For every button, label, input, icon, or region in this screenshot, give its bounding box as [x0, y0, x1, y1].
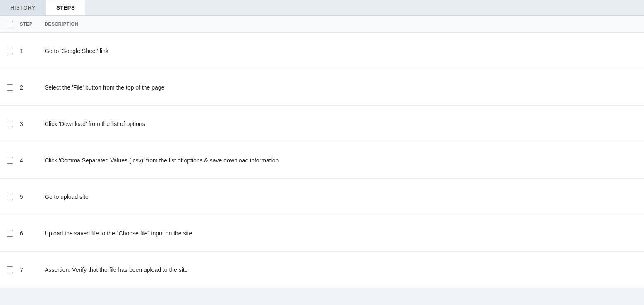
table-header: STEP DESCRIPTION — [0, 16, 644, 33]
row-checkbox-7 — [7, 266, 20, 273]
row-checkbox-3 — [7, 121, 20, 127]
checkbox-2[interactable] — [7, 84, 13, 91]
step-row: 6 Upload the saved file to the "Choose f… — [0, 215, 644, 252]
step-number-1: 1 — [20, 48, 45, 54]
step-description-5: Go to upload site — [45, 194, 637, 200]
step-row: 2 Select the 'File' button from the top … — [0, 69, 644, 106]
step-row: 5 Go to upload site — [0, 179, 644, 215]
step-row: 4 Click 'Comma Separated Values (.csv)' … — [0, 142, 644, 179]
step-row: 3 Click 'Download' from the list of opti… — [0, 106, 644, 142]
checkbox-7[interactable] — [7, 266, 13, 273]
row-checkbox-4 — [7, 157, 20, 164]
tabs-bar: HISTORY STEPS — [0, 0, 644, 16]
checkbox-1[interactable] — [7, 48, 13, 54]
step-number-6: 6 — [20, 230, 45, 237]
row-checkbox-1 — [7, 48, 20, 54]
step-number-2: 2 — [20, 84, 45, 91]
tab-history[interactable]: HISTORY — [0, 0, 46, 15]
step-number-4: 4 — [20, 157, 45, 164]
tab-steps[interactable]: STEPS — [46, 0, 85, 15]
step-description-1: Go to 'Google Sheet' link — [45, 48, 637, 54]
step-description-3: Click 'Download' from the list of option… — [45, 121, 637, 127]
step-description-4: Click 'Comma Separated Values (.csv)' fr… — [45, 157, 637, 164]
select-all-checkbox-container — [7, 21, 20, 27]
step-row: 1 Go to 'Google Sheet' link — [0, 33, 644, 69]
checkbox-5[interactable] — [7, 194, 13, 200]
checkbox-6[interactable] — [7, 230, 13, 237]
checkbox-3[interactable] — [7, 121, 13, 127]
select-all-checkbox[interactable] — [7, 21, 13, 27]
table-container: STEP DESCRIPTION 1 Go to 'Google Sheet' … — [0, 16, 644, 288]
checkbox-4[interactable] — [7, 157, 13, 164]
column-header-step: STEP — [20, 22, 45, 27]
column-header-description: DESCRIPTION — [45, 22, 78, 27]
step-description-2: Select the 'File' button from the top of… — [45, 84, 637, 91]
step-number-5: 5 — [20, 194, 45, 200]
row-checkbox-5 — [7, 194, 20, 200]
step-number-3: 3 — [20, 121, 45, 127]
step-description-6: Upload the saved file to the "Choose fil… — [45, 230, 637, 237]
step-description-7: Assertion: Verify that the file has been… — [45, 266, 637, 273]
row-checkbox-2 — [7, 84, 20, 91]
step-number-7: 7 — [20, 266, 45, 273]
row-checkbox-6 — [7, 230, 20, 237]
step-row: 7 Assertion: Verify that the file has be… — [0, 252, 644, 288]
